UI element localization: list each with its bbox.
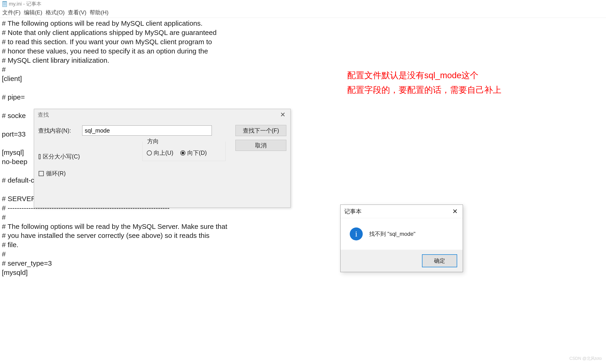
- message-dialog: 记事本 ✕ i 找不到 "sql_mode" 确定: [340, 205, 463, 272]
- direction-legend: 方向: [146, 137, 160, 145]
- window-title: my.ini - 记事本: [9, 0, 41, 7]
- find-dialog-titlebar: 查找 ✕: [34, 109, 290, 120]
- close-icon[interactable]: ✕: [451, 208, 459, 215]
- message-footer: 确定: [341, 250, 463, 272]
- annotation-text: 配置文件默认是没有sql_mode这个 配置字段的，要配置的话，需要自己补上: [347, 68, 501, 97]
- watermark: CSDN @北风toto: [569, 356, 602, 361]
- menubar: 文件(F) 编辑(E) 格式(O) 查看(V) 帮助(H): [0, 8, 606, 18]
- menu-format[interactable]: 格式(O): [46, 9, 65, 16]
- radio-icon: [147, 150, 152, 156]
- match-case-label: 区分大小写(C): [43, 153, 80, 160]
- direction-up-radio[interactable]: 向上(U): [147, 149, 173, 157]
- menu-edit[interactable]: 编辑(E): [24, 9, 42, 16]
- annotation-line2: 配置字段的，要配置的话，需要自己补上: [347, 83, 501, 97]
- find-next-button[interactable]: 查找下一个(F): [236, 125, 286, 136]
- match-case-checkbox[interactable]: 区分大小写(C): [39, 153, 80, 160]
- direction-up-label: 向上(U): [154, 149, 173, 157]
- direction-down-radio[interactable]: 向下(D): [180, 149, 207, 157]
- find-dialog-title: 查找: [38, 111, 49, 118]
- menu-view[interactable]: 查看(V): [68, 9, 86, 16]
- info-icon: i: [350, 227, 363, 240]
- svg-rect-1: [2, 1, 7, 2]
- direction-down-label: 向下(D): [187, 149, 207, 157]
- menu-file[interactable]: 文件(F): [2, 9, 21, 16]
- message-title: 记事本: [344, 208, 362, 215]
- message-text: 找不到 "sql_mode": [369, 230, 416, 238]
- find-input[interactable]: [82, 125, 212, 136]
- checkbox-icon: [39, 154, 40, 159]
- wrap-label: 循环(R): [46, 170, 66, 177]
- menu-help[interactable]: 帮助(H): [90, 9, 108, 16]
- titlebar: my.ini - 记事本: [0, 0, 606, 8]
- message-titlebar: 记事本 ✕: [341, 205, 463, 218]
- ok-button[interactable]: 确定: [422, 254, 457, 267]
- radio-icon: [180, 150, 185, 156]
- cancel-button[interactable]: 取消: [236, 140, 286, 151]
- wrap-checkbox[interactable]: 循环(R): [39, 170, 80, 177]
- find-dialog: 查找 ✕ 查找内容(N): 查找下一个(F) 区分大小写(C) 循环(R) 方向…: [34, 109, 291, 208]
- find-content-label: 查找内容(N):: [38, 127, 80, 134]
- close-icon[interactable]: ✕: [279, 111, 287, 118]
- checkbox-icon: [39, 171, 44, 176]
- annotation-line1: 配置文件默认是没有sql_mode这个: [347, 68, 501, 83]
- message-body: i 找不到 "sql_mode": [341, 218, 463, 250]
- notepad-icon: [2, 1, 7, 7]
- svg-rect-0: [2, 2, 7, 7]
- direction-group: 方向 向上(U) 向下(D): [142, 142, 226, 161]
